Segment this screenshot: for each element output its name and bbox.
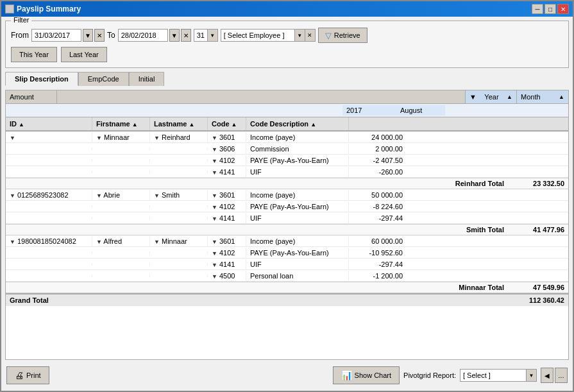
grand-total-row: Grand Total 112 360.42: [6, 293, 568, 306]
col-ln-header[interactable]: Lastname ▲: [150, 117, 208, 130]
row-amount: -297.44: [349, 213, 407, 223]
pivot-prev-button[interactable]: ◀: [541, 368, 553, 383]
employee-drop-arrow[interactable]: ▼: [294, 30, 305, 41]
retrieve-button[interactable]: ▽ Retrieve: [318, 28, 367, 43]
table-row[interactable]: ▼ 4102 PAYE (Pay-As-You-Earn) -2 407.50: [6, 155, 568, 166]
to-date-dropdown[interactable]: ▼: [169, 29, 180, 42]
row-id: [6, 148, 92, 150]
row-code: ▼ 4102: [208, 155, 246, 166]
from-date-clear[interactable]: ✕: [94, 29, 105, 42]
col-desc-header[interactable]: Code Description ▲: [246, 117, 349, 130]
table-row[interactable]: ▼ 4500 Personal loan -1 200.00: [6, 270, 568, 282]
desc-sort[interactable]: ▲: [310, 121, 316, 128]
table-row[interactable]: ▼ 4141 UIF -260.00: [6, 166, 568, 178]
row-id: ▼: [6, 132, 92, 142]
row-id: [6, 205, 92, 208]
table-row[interactable]: ▼ 4141 UIF -297.44: [6, 212, 568, 224]
row-ln: [150, 275, 208, 277]
table-row[interactable]: ▼ 4141 UIF -297.44: [6, 259, 568, 270]
subrow-spacer: [6, 105, 342, 115]
grid-header-row1: Amount ▼ Year ▲ Month ▲: [6, 90, 568, 104]
filter-group: Filter From ▼ ✕ To ▼ ✕ 31 ▼: [5, 21, 569, 68]
table-row[interactable]: ▼ 4102 PAYE (Pay-As-You-Earn) -8 224.60: [6, 201, 568, 212]
table-row[interactable]: ▼ ▼ Minnaar ▼ Reinhard ▼ 3601 Income (pa…: [6, 132, 568, 143]
row-fn: [92, 275, 150, 277]
from-date-dropdown[interactable]: ▼: [83, 29, 93, 42]
row-code: ▼ 3601: [208, 236, 246, 246]
table-row[interactable]: ▼ 4102 PAYE (Pay-As-You-Earn) -10 952.60: [6, 247, 568, 259]
day-selector[interactable]: 31 ▼: [194, 29, 218, 42]
to-date-clear[interactable]: ✕: [181, 29, 191, 42]
minnaar-total-row: Minnaar Total 47 549.96: [6, 282, 568, 293]
table-row[interactable]: ▼ 0125689523082 ▼ Abrie ▼ Smith ▼ 3601 I…: [6, 189, 568, 201]
row-code: ▼ 4500: [208, 271, 246, 281]
col-id-header[interactable]: ID ▲: [6, 117, 92, 130]
main-content: Filter From ▼ ✕ To ▼ ✕ 31 ▼: [1, 17, 573, 391]
row-amount: 60 000.00: [349, 236, 407, 246]
retrieve-label: Retrieve: [334, 31, 360, 39]
table-row[interactable]: ▼ 198008185024082 ▼ Alfred ▼ Minnaar ▼ 3…: [6, 235, 568, 247]
row-code: ▼ 4141: [208, 259, 246, 269]
month-value: August: [394, 105, 445, 115]
row-ln: ▼ Reinhard: [150, 132, 208, 142]
data-grid: Amount ▼ Year ▲ Month ▲ 2017 August: [5, 90, 569, 360]
row-ln: [150, 159, 208, 162]
row-desc: UIF: [246, 259, 349, 269]
id-sort[interactable]: ▲: [19, 121, 24, 128]
from-date-input: ▼ ✕: [31, 29, 105, 42]
row-desc: PAYE (Pay-As-You-Earn): [246, 201, 349, 212]
to-date-input: ▼ ✕: [118, 29, 191, 42]
pivot-value: [ Select ]: [460, 371, 526, 379]
ln-sort[interactable]: ▲: [189, 121, 194, 128]
year-header-expand: ▼: [469, 93, 477, 101]
col-code-header[interactable]: Code ▲: [208, 117, 246, 130]
row-fn: ▼ Abrie: [92, 190, 150, 200]
table-row[interactable]: ▼ 3606 Commission 2 000.00: [6, 143, 568, 155]
month-header[interactable]: Month ▲: [517, 90, 568, 103]
row-code: ▼ 3601: [208, 132, 246, 142]
employee-selector[interactable]: [ Select Employee ] ▼ ✕: [221, 29, 316, 42]
code-sort[interactable]: ▲: [232, 121, 237, 128]
this-year-button[interactable]: This Year: [11, 47, 57, 62]
row-code: ▼ 4102: [208, 248, 246, 258]
to-date-field[interactable]: [118, 29, 168, 42]
tab-empcode[interactable]: EmpCode: [78, 72, 129, 86]
pivot-selector[interactable]: [ Select ] ▼: [460, 369, 537, 382]
grid-body: ▼ ▼ Minnaar ▼ Reinhard ▼ 3601 Income (pa…: [6, 132, 568, 359]
chart-icon: 📊: [341, 370, 352, 380]
show-chart-button[interactable]: 📊 Show Chart: [333, 366, 400, 384]
row-code: ▼ 4102: [208, 201, 246, 212]
reinhard-total-row: Reinhard Total 23 332.50: [6, 178, 568, 189]
print-button[interactable]: 🖨 Print: [6, 366, 49, 384]
year-header[interactable]: ▼ Year ▲: [466, 90, 517, 103]
row-amount: -1 200.00: [349, 271, 407, 281]
row-desc: Personal loan: [246, 271, 349, 281]
year-sort-arrow[interactable]: ▲: [507, 94, 512, 100]
month-sort-arrow[interactable]: ▲: [559, 94, 564, 100]
row-fn: [92, 171, 150, 173]
employee-clear[interactable]: ✕: [305, 30, 315, 41]
smith-total-row: Smith Total 41 477.96: [6, 224, 568, 235]
row-ln: ▼ Smith: [150, 190, 208, 200]
close-button[interactable]: ✕: [557, 4, 569, 14]
grand-total-amount: 112 360.42: [511, 294, 568, 306]
row-amount: -260.00: [349, 167, 407, 177]
row-amount: -297.44: [349, 259, 407, 269]
day-drop-arrow[interactable]: ▼: [207, 30, 217, 41]
tab-initial[interactable]: Initial: [129, 72, 165, 86]
pivot-buttons: ◀ …: [541, 368, 568, 383]
tab-slip-description[interactable]: Slip Description: [5, 72, 78, 86]
from-date-field[interactable]: [31, 29, 81, 42]
window-controls: ─ □ ✕: [532, 4, 569, 14]
row-amount: 50 000.00: [349, 190, 407, 200]
pivot-next-button[interactable]: …: [555, 368, 568, 383]
minimize-button[interactable]: ─: [532, 4, 543, 14]
maximize-button[interactable]: □: [544, 4, 556, 14]
fn-sort[interactable]: ▲: [132, 121, 138, 128]
col-fn-header[interactable]: Firstname ▲: [92, 117, 150, 130]
pivot-drop-arrow[interactable]: ▼: [526, 370, 536, 381]
from-label: From: [11, 31, 29, 40]
reinhard-total-label: Reinhard Total: [6, 178, 511, 189]
last-year-button[interactable]: Last Year: [61, 47, 107, 62]
reinhard-total-amount: 23 332.50: [511, 178, 568, 189]
